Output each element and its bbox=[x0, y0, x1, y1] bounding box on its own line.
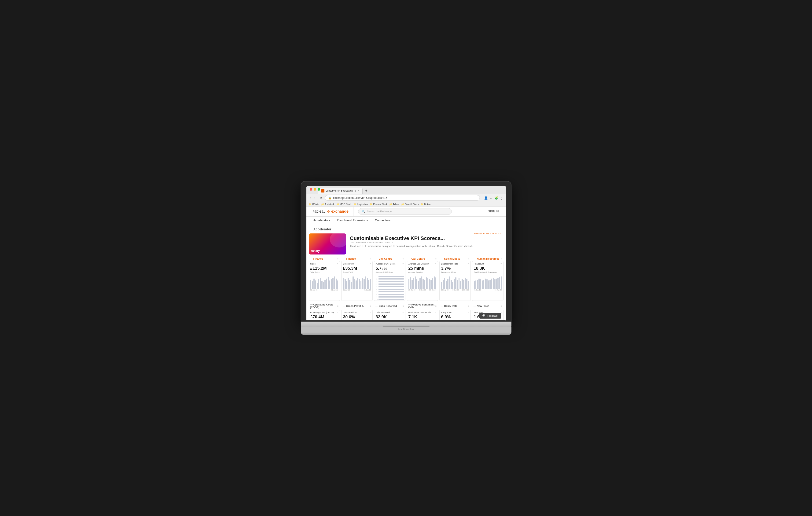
address-bar[interactable]: 🔒 exchange.tableau.com/en-GB/products/81… bbox=[325, 195, 480, 201]
section-menu-icon-4[interactable]: ≡ bbox=[435, 257, 437, 260]
kpi-menu-sentiment[interactable]: ≡ bbox=[435, 311, 436, 314]
address-bar-row: ‹ › ↻ 🔒 exchange.tableau.com/en-GB/produ… bbox=[307, 194, 506, 202]
section-menu-icon-1[interactable]: ≡ bbox=[337, 257, 339, 260]
kpi-card-csat: Average CSAT Score ≡ 5.7 / 10 Average CS… bbox=[374, 261, 405, 301]
extensions-icon[interactable]: 🧩 bbox=[494, 196, 499, 200]
kpi-menu-gross-profit[interactable]: ≡ bbox=[370, 263, 371, 265]
bar bbox=[317, 283, 318, 289]
kpi-value-gross-profit: £35.3M bbox=[343, 266, 371, 271]
section-menu-icon-9[interactable]: ≡ bbox=[403, 305, 404, 307]
kpi-card-sales: Sales ≡ £115.2M Total Sales 01 Jan 21 01… bbox=[309, 261, 340, 301]
tab-close[interactable]: ✕ bbox=[358, 189, 359, 192]
bookmark-partner[interactable]: 📁 Partner Stack bbox=[370, 203, 387, 206]
back-button[interactable]: ‹ bbox=[309, 195, 312, 200]
kpi-value-engagement: 3.7% bbox=[441, 266, 469, 271]
page-content: tableau ✛ exchange 🔍 Search the Exchange… bbox=[307, 207, 506, 320]
bookmark-gsuite[interactable]: 📁 GSuite bbox=[309, 203, 320, 206]
close-button[interactable] bbox=[310, 188, 312, 191]
maximize-button[interactable] bbox=[318, 188, 320, 191]
kpi-menu-call-duration[interactable]: ≡ bbox=[435, 263, 436, 265]
main-nav: tableau ✛ exchange 🔍 Search the Exchange… bbox=[307, 207, 506, 217]
kpi-value-gp-pct: 30.6% bbox=[343, 314, 371, 320]
bar bbox=[419, 278, 420, 289]
kpi-card-gp-pct: Gross Profit % ≡ 30.6% Gross Profit % bbox=[341, 310, 373, 320]
bar bbox=[446, 281, 447, 289]
new-tab-button[interactable]: + bbox=[364, 188, 369, 194]
bar bbox=[444, 278, 445, 289]
mini-chart-engagement bbox=[441, 275, 469, 289]
search-placeholder: Search the Exchange bbox=[367, 210, 392, 213]
forward-button[interactable]: › bbox=[313, 195, 316, 200]
section-menu-icon-10[interactable]: ≡ bbox=[435, 305, 437, 307]
kpi-menu-engagement[interactable]: ≡ bbox=[468, 263, 469, 265]
menu-icon[interactable]: ⋮ bbox=[499, 196, 503, 200]
tab-favicon bbox=[321, 189, 324, 192]
kpi-menu-sales[interactable]: ≡ bbox=[337, 263, 338, 265]
subnav-connectors[interactable]: Connectors bbox=[375, 218, 390, 223]
subnav-extensions[interactable]: Dashboard Extensions bbox=[337, 218, 368, 223]
bar bbox=[362, 278, 363, 289]
profile-icon[interactable]: 👤 bbox=[484, 196, 488, 200]
kpi-menu-headcount[interactable]: ≡ bbox=[500, 263, 502, 265]
hbar-chart-csat: 1 2 3 4 5 6 7 8 9 10 bbox=[376, 275, 404, 291]
active-tab[interactable]: Executive KPI Scorecard | Tab... ✕ bbox=[318, 188, 362, 194]
section-menu-icon-3[interactable]: ≡ bbox=[403, 257, 404, 260]
bar bbox=[355, 280, 357, 289]
tableau-logo-text: tableau bbox=[313, 209, 326, 214]
bookmark-growth[interactable]: 📁 Growth Stack bbox=[401, 203, 419, 206]
bookmark-admin[interactable]: 📁 Admin bbox=[389, 203, 399, 206]
biztory-label: biztory bbox=[311, 249, 320, 253]
bookmark-mcc[interactable]: 📁 MCC Stack bbox=[336, 203, 352, 206]
kpi-value-csat: 5.7 / 10 bbox=[376, 266, 404, 271]
section-menu-icon-2[interactable]: ≡ bbox=[370, 257, 371, 260]
bar bbox=[428, 278, 429, 289]
kpi-value-sales: £115.2M bbox=[310, 266, 339, 271]
reload-button[interactable]: ↻ bbox=[318, 195, 323, 200]
minimize-button[interactable] bbox=[314, 188, 316, 191]
bookmark-toolstack[interactable]: 📁 Toolstack bbox=[321, 203, 335, 206]
subnav-accelerators[interactable]: Accelerators bbox=[313, 218, 330, 223]
kpi-row-2: Operating Costs (COGS) ≡ £70.4M Operatin… bbox=[309, 310, 503, 320]
bookmark-inspiration[interactable]: 📁 Inspiration bbox=[353, 203, 368, 206]
kpi-subtitle-sales: Total Sales bbox=[310, 271, 339, 273]
chart-labels-cd: 10 Oct 20 20 Oct 20 30 Oct 20 bbox=[408, 289, 437, 291]
bar bbox=[441, 282, 442, 289]
bookmark-notion[interactable]: 📁 Notion bbox=[420, 203, 431, 206]
feedback-button[interactable]: 💬 Feedback bbox=[480, 313, 501, 318]
bar bbox=[475, 280, 476, 289]
section-header-finance-4: — Gross Profit % ≡ bbox=[341, 302, 373, 309]
star-icon[interactable]: ☆ bbox=[489, 196, 493, 200]
bar bbox=[343, 278, 344, 289]
bar bbox=[364, 279, 365, 289]
browser-toolbar: 👤 ☆ 🧩 ⋮ bbox=[484, 196, 503, 200]
section-header-callcentre-1: — Call Centre ≡ bbox=[374, 256, 405, 261]
kpi-subtitle-headcount: Total Number Of Employees bbox=[474, 271, 502, 273]
section-menu-icon-5[interactable]: ≡ bbox=[468, 257, 469, 260]
sign-in-button[interactable]: SIGN IN bbox=[488, 210, 499, 213]
kpi-value-call-duration: 25 mins bbox=[408, 266, 437, 271]
chart-labels-hc: 01 Jan 19 01 Jan 20 bbox=[474, 289, 502, 291]
bar bbox=[359, 279, 360, 289]
section-menu-icon-6[interactable]: ≡ bbox=[501, 257, 502, 260]
search-bar[interactable]: 🔍 Search the Exchange bbox=[358, 208, 452, 215]
traffic-lights bbox=[310, 188, 320, 191]
kpi-menu-reply[interactable]: ≡ bbox=[468, 311, 469, 314]
bar bbox=[421, 276, 422, 289]
kpi-menu-csat[interactable]: ≡ bbox=[402, 263, 404, 265]
kpi-menu-calls[interactable]: ≡ bbox=[402, 311, 404, 314]
bar bbox=[332, 278, 334, 289]
bar bbox=[497, 278, 499, 289]
section-menu-icon-8[interactable]: ≡ bbox=[370, 305, 371, 307]
section-menu-icon-11[interactable]: ≡ bbox=[468, 305, 469, 307]
section-menu-icon-7[interactable]: ≡ bbox=[337, 305, 339, 307]
kpi-value-headcount: 18.3K bbox=[474, 266, 502, 271]
kpi-menu-gp-pct[interactable]: ≡ bbox=[370, 311, 371, 314]
section-menu-icon-12[interactable]: ≡ bbox=[501, 305, 502, 307]
kpi-card-sentiment: Positive Sentiment Calls ≡ 7.1K Positive… bbox=[407, 310, 438, 320]
bar bbox=[463, 280, 464, 289]
kpi-value-sentiment: 7.1K bbox=[408, 314, 437, 320]
kpi-menu-opcosts[interactable]: ≡ bbox=[337, 311, 338, 314]
bar bbox=[348, 278, 349, 289]
section-header-reply: — Reply Rate ≡ bbox=[439, 302, 471, 309]
tab-bar: Executive KPI Scorecard | Tab... ✕ + bbox=[307, 186, 506, 194]
